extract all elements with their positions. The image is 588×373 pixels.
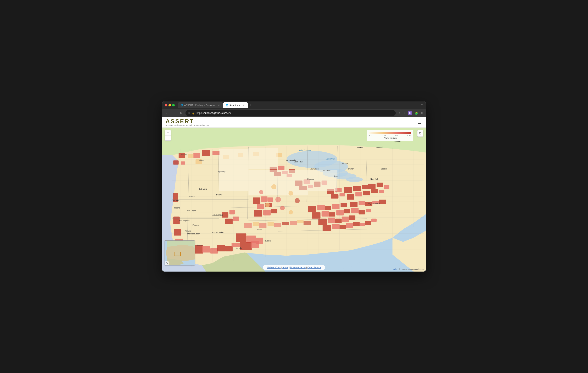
- tabs-area: 🌐 ASSERT | Kushagra Srivastava ✕ 🌐 Asser…: [178, 102, 419, 108]
- svg-rect-83: [344, 209, 350, 213]
- zoom-in-button[interactable]: +: [165, 130, 171, 135]
- svg-rect-84: [351, 208, 359, 213]
- tab-label-2: Assert Map: [230, 104, 241, 106]
- svg-rect-67: [377, 183, 383, 187]
- mini-map-svg: [165, 241, 195, 265]
- maximize-window-button[interactable]: [172, 104, 175, 106]
- hamburger-menu-button[interactable]: ☰: [417, 119, 422, 125]
- svg-rect-41: [257, 204, 264, 209]
- svg-rect-175: [219, 170, 249, 191]
- svg-rect-172: [304, 221, 311, 225]
- svg-rect-74: [308, 206, 316, 212]
- mini-map-expand-button[interactable]: ⤡: [165, 261, 169, 265]
- close-window-button[interactable]: [165, 104, 167, 106]
- umass-icons-link[interactable]: UMass iCons: [267, 266, 281, 269]
- svg-rect-77: [332, 204, 340, 209]
- zoom-controls: + −: [165, 130, 171, 141]
- svg-point-180: [259, 190, 263, 194]
- forward-button[interactable]: →: [172, 111, 177, 115]
- menu-icon[interactable]: ≡: [420, 111, 423, 115]
- svg-rect-104: [371, 219, 377, 222]
- browser-window: 🌐 ASSERT | Kushagra Srivastava ✕ 🌐 Asser…: [162, 102, 426, 271]
- svg-rect-75: [317, 205, 325, 210]
- svg-rect-43: [267, 197, 273, 202]
- svg-rect-79: [312, 212, 321, 219]
- layer-control-button[interactable]: ⧉: [417, 130, 423, 137]
- svg-rect-81: [329, 212, 335, 216]
- map-container[interactable]: Seattle San Jose Fresno Los Angeles Las …: [162, 128, 426, 271]
- svg-rect-32: [240, 242, 252, 250]
- svg-rect-93: [328, 218, 335, 223]
- svg-rect-45: [263, 210, 271, 216]
- legend-value-1: 0.10: [382, 135, 386, 136]
- map-svg: [162, 128, 426, 271]
- map-legend: 0.00 0.10 0.20 0.30 Power Burden: [367, 130, 413, 141]
- tab-icon-2: 🌐: [226, 104, 228, 106]
- svg-rect-78: [341, 203, 347, 207]
- svg-rect-28: [225, 246, 232, 252]
- svg-rect-76: [325, 206, 331, 210]
- svg-rect-46: [271, 209, 277, 213]
- svg-rect-37: [225, 219, 232, 224]
- svg-rect-18: [173, 193, 178, 202]
- svg-rect-44: [254, 210, 262, 217]
- tab-close-button[interactable]: ✕: [217, 104, 220, 107]
- traffic-lights: [165, 104, 175, 106]
- svg-rect-39: [253, 197, 260, 204]
- svg-rect-105: [188, 154, 194, 158]
- svg-rect-177: [278, 170, 308, 195]
- svg-rect-95: [342, 217, 349, 222]
- svg-rect-173: [219, 149, 249, 170]
- svg-rect-174: [249, 148, 278, 169]
- svg-rect-15: [202, 150, 210, 156]
- zoom-out-button[interactable]: −: [165, 135, 171, 140]
- address-bar-actions: ☆ ↓ K 🧩 ≡: [398, 111, 423, 115]
- profile-badge[interactable]: K: [408, 111, 412, 115]
- svg-rect-16: [193, 153, 200, 158]
- svg-rect-62: [339, 193, 345, 196]
- lock-icon: 🔒: [192, 112, 195, 114]
- svg-rect-19: [173, 217, 180, 224]
- extensions-icon[interactable]: 🧩: [414, 111, 419, 115]
- tab-assert-map[interactable]: 🌐 Assert Map ✕: [223, 102, 248, 108]
- url-bar[interactable]: 🛡 🔒 https://suobset.github.io/assert/: [186, 110, 396, 116]
- svg-rect-14: [181, 161, 185, 165]
- app-title: ASSERT: [166, 118, 209, 124]
- documentation-link[interactable]: Documentation: [290, 266, 306, 269]
- svg-rect-169: [282, 222, 289, 225]
- svg-rect-64: [353, 186, 361, 191]
- svg-rect-170: [290, 221, 297, 225]
- svg-rect-167: [267, 222, 274, 226]
- about-link[interactable]: About: [282, 266, 288, 269]
- new-tab-button[interactable]: +: [248, 103, 252, 107]
- back-button[interactable]: ←: [165, 111, 170, 115]
- svg-rect-71: [363, 191, 370, 195]
- title-bar-right: ⌃: [421, 104, 423, 107]
- download-icon[interactable]: ↓: [403, 111, 406, 115]
- svg-rect-20: [174, 229, 181, 236]
- svg-rect-80: [322, 211, 329, 217]
- svg-point-179: [271, 185, 276, 189]
- svg-rect-168: [274, 223, 281, 227]
- svg-rect-92: [318, 219, 327, 225]
- leaflet-link[interactable]: Leaflet: [391, 268, 397, 270]
- svg-rect-100: [346, 223, 353, 228]
- tab-assert[interactable]: 🌐 ASSERT | Kushagra Srivastava ✕: [178, 102, 223, 108]
- svg-point-184: [295, 198, 300, 203]
- svg-rect-48: [278, 166, 284, 170]
- minimize-window-button[interactable]: [168, 104, 171, 106]
- mini-map: [165, 240, 195, 265]
- tab-close-button-2[interactable]: ✕: [242, 104, 245, 107]
- bookmark-icon[interactable]: ☆: [398, 111, 402, 115]
- svg-rect-164: [244, 223, 252, 228]
- title-bar: 🌐 ASSERT | Kushagra Srivastava ✕ 🌐 Asser…: [162, 102, 426, 109]
- url-text: https://suobset.github.io/assert/: [197, 112, 231, 114]
- layers-icon: ⧉: [419, 132, 421, 135]
- svg-rect-176: [249, 170, 278, 195]
- svg-rect-26: [210, 248, 218, 254]
- main-content: ASSERT AI Supported Smart Electricity Re…: [162, 117, 426, 271]
- svg-rect-99: [339, 225, 346, 229]
- open-source-link[interactable]: Open Source: [307, 266, 321, 269]
- svg-rect-102: [359, 223, 365, 226]
- refresh-button[interactable]: ↻: [179, 111, 183, 115]
